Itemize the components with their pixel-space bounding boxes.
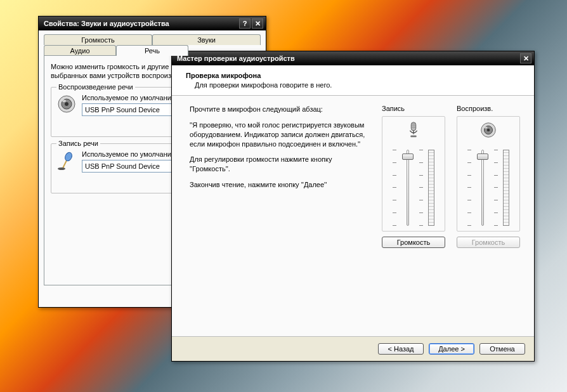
slider-ticks [494,150,498,226]
window-title: Мастер проверки аудиоустройств [177,55,519,62]
svg-point-14 [487,129,490,132]
svg-point-5 [64,151,74,162]
speaker-icon [479,121,498,140]
svg-point-3 [62,100,66,102]
svg-rect-8 [410,135,416,137]
slider-ticks [393,150,396,226]
audio-wizard-window: Мастер проверки аудиоустройств ✕ Проверк… [171,51,535,362]
tab-audio[interactable]: Аудио [44,45,116,56]
record-meter-label: Запись [382,105,445,112]
wizard-header: Проверка микрофона Для проверки микрофон… [172,65,534,96]
tab-volume[interactable]: Громкость [44,34,152,45]
slider-ticks [419,150,423,226]
titlebar[interactable]: Свойства: Звуки и аудиоустройства ? ✕ [39,16,266,30]
cancel-button[interactable]: Отмена [479,343,525,355]
titlebar[interactable]: Мастер проверки аудиоустройств ✕ [172,51,534,65]
wizard-subheading: Для проверки микрофона говорите в него. [195,81,523,89]
wizard-instructions: Прочтите в микрофон следующий абзац: ''Я… [190,105,370,330]
back-button[interactable]: < Назад [378,343,424,355]
record-meter-group: Запись [382,105,445,330]
playback-volume-slider[interactable] [476,150,489,226]
playback-legend: Воспроизведение речи [56,83,135,91]
tab-sounds[interactable]: Звуки [152,34,261,45]
next-button[interactable]: Далее > [429,343,474,355]
playback-level-meter [503,150,509,226]
record-volume-slider[interactable] [401,150,414,226]
tab-speech[interactable]: Речь [116,45,188,56]
window-title: Свойства: Звуки и аудиоустройства [44,20,238,27]
help-button[interactable]: ? [239,18,251,29]
close-button[interactable]: ✕ [520,53,531,63]
instr-line3: Для регулировки громкости нажмите кнопку… [190,155,370,174]
wizard-footer: < Назад Далее > Отмена [172,336,534,361]
playback-meter-group: Воспроизв. [457,105,520,330]
playback-volume-button[interactable]: Громкость [457,237,520,248]
record-legend: Запись речи [56,140,100,147]
slider-ticks [467,150,471,226]
svg-point-2 [65,102,68,106]
instr-line1: Прочтите в микрофон следующий абзац: [190,105,370,114]
microphone-stand-icon [56,150,77,171]
speaker-icon [56,94,77,114]
instr-line4: Закончив чтение, нажмите кнопку ''Далее'… [190,180,370,190]
svg-point-6 [58,167,65,170]
svg-rect-7 [411,122,416,131]
microphone-icon [404,121,423,140]
svg-point-15 [485,127,488,129]
playback-meter-label: Воспроизв. [457,105,520,112]
record-volume-button[interactable]: Громкость [382,237,445,248]
instr-quote: ''Я проверяю, что мой голос регистрирует… [190,121,370,149]
close-button[interactable]: ✕ [252,18,263,29]
record-level-meter [428,150,434,226]
wizard-heading: Проверка микрофона [186,72,523,79]
